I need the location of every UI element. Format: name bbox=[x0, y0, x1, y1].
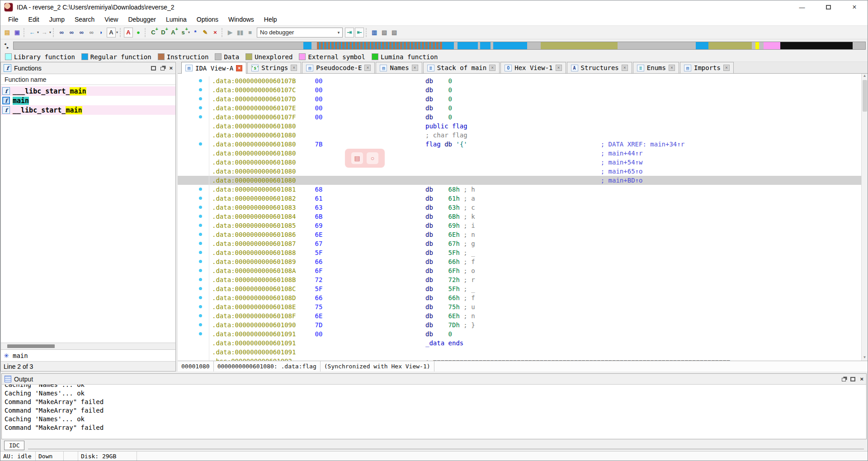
desktop-reset-icon[interactable]: ▧ bbox=[390, 28, 399, 38]
disassembly-line[interactable]: .data:00000000006010885Fdb 5Fh ; _ bbox=[178, 248, 868, 257]
navband-segment-blue[interactable] bbox=[696, 42, 708, 49]
disassembly-line[interactable]: .data:0000000000601080; main+44↑r bbox=[178, 149, 868, 158]
function-row[interactable]: f__libc_start_main bbox=[1, 105, 175, 115]
make-code-icon[interactable]: C+ bbox=[149, 28, 158, 38]
disassembly-line[interactable]: .data:000000000060108363db 63h ; c bbox=[178, 203, 868, 212]
navband-segment-stripes[interactable] bbox=[317, 42, 442, 49]
chevron-down-icon[interactable]: ▾ bbox=[116, 30, 118, 34]
tab-hex-view-1[interactable]: OHex View-1× bbox=[500, 62, 566, 73]
navband-segment-blue[interactable] bbox=[442, 42, 454, 49]
tab-structures[interactable]: AStructures× bbox=[567, 62, 632, 73]
disassembly-line[interactable]: .data:000000000060107D00db 0 bbox=[178, 94, 868, 103]
disassembly-line[interactable]: .data:0000000000601080; main+65↑o bbox=[178, 167, 868, 176]
tab-close-icon[interactable]: × bbox=[412, 65, 418, 71]
tab-close-icon[interactable]: × bbox=[622, 65, 628, 71]
disassembly-line[interactable]: .data:000000000060108F6Edb 6Eh ; n bbox=[178, 311, 868, 320]
disassembly-line[interactable]: .data:000000000060108C5Fdb 5Fh ; _ bbox=[178, 284, 868, 293]
minimize-button[interactable]: — bbox=[789, 0, 815, 14]
disassembly-line[interactable]: .data:000000000060108E75db 75h ; u bbox=[178, 302, 868, 311]
disassembly-line[interactable]: .data:00000000006010907Ddb 7Dh ; } bbox=[178, 320, 868, 329]
save-file-icon[interactable]: ▣ bbox=[13, 28, 22, 38]
navband-segment-black[interactable] bbox=[780, 42, 853, 49]
navband-segment-gray[interactable] bbox=[759, 42, 763, 49]
disassembly-line[interactable]: .data:000000000060107E00db 0 bbox=[178, 103, 868, 113]
disassembly-line[interactable]: .data:000000000060108569db 69h ; i bbox=[178, 221, 868, 230]
open-file-icon[interactable]: ▤ bbox=[3, 28, 12, 38]
desktop-save-icon[interactable]: ▥ bbox=[370, 28, 379, 38]
chevron-down-icon[interactable]: ▾ bbox=[37, 30, 39, 34]
disassembly-line[interactable]: .data:0000000000601091 bbox=[178, 348, 868, 357]
menu-item-help[interactable]: Help bbox=[259, 14, 282, 25]
output-log[interactable]: Caching 'Names'... okCaching 'Names'... … bbox=[2, 385, 866, 439]
navband-segment-blue[interactable] bbox=[303, 42, 312, 49]
navband-segment-olive[interactable] bbox=[541, 42, 618, 49]
tab-stack-of-main[interactable]: ≡Stack of main× bbox=[423, 62, 500, 73]
disassembly-line[interactable]: .data:000000000060108261db 61h ; a bbox=[178, 194, 868, 203]
disassembly-line[interactable]: .data:000000000060107B00db 0 bbox=[178, 76, 868, 85]
navband-segment-pink[interactable] bbox=[764, 42, 781, 49]
menu-item-view[interactable]: View bbox=[99, 14, 123, 25]
navband-segment-gray[interactable] bbox=[853, 42, 865, 49]
asterisk-icon[interactable]: * bbox=[191, 28, 200, 38]
disassembly-line[interactable]: .data:00000000006010866Edb 6Eh ; n bbox=[178, 230, 868, 239]
tab-close-icon[interactable]: × bbox=[291, 65, 297, 71]
disassembly-line[interactable]: .data:00000000006010807Bflag db '{'; DAT… bbox=[178, 140, 868, 149]
navband-left-icon[interactable]: ◂ bbox=[1, 42, 6, 46]
menu-item-debugger[interactable]: Debugger bbox=[123, 14, 161, 25]
search-address-icon[interactable]: ∞ bbox=[57, 28, 66, 38]
tab-close-icon[interactable]: × bbox=[669, 65, 675, 71]
filter-input[interactable]: main bbox=[13, 352, 174, 359]
disassembly-line[interactable]: .bss:0000000000601092; =================… bbox=[178, 357, 868, 361]
tab-close-icon[interactable]: × bbox=[364, 65, 371, 71]
crescent-icon[interactable]: ◗ bbox=[97, 28, 106, 38]
navband-segment-gray[interactable] bbox=[618, 42, 696, 49]
output-close-icon[interactable]: × bbox=[860, 377, 863, 381]
menu-item-file[interactable]: File bbox=[3, 14, 24, 25]
navigation-band[interactable] bbox=[13, 42, 866, 50]
tab-strings[interactable]: 's'Strings× bbox=[247, 62, 301, 73]
edit-pencil-icon[interactable]: ✎ bbox=[201, 28, 210, 38]
disassembly-line[interactable]: .data:000000000060108966db 66h ; f bbox=[178, 257, 868, 266]
tab-close-icon[interactable]: × bbox=[556, 65, 562, 71]
chevron-down-icon[interactable]: ▾ bbox=[335, 30, 342, 35]
chevron-down-icon[interactable]: ▾ bbox=[49, 30, 51, 34]
disassembly-line[interactable]: .data:000000000060109100db 0 bbox=[178, 329, 868, 339]
cli-input[interactable] bbox=[28, 441, 864, 449]
disassembly-line[interactable]: .data:0000000000601080; main+54↑w bbox=[178, 158, 868, 167]
lumina-ball-icon[interactable]: ● bbox=[134, 28, 143, 38]
navband-segment-gray[interactable] bbox=[527, 42, 541, 49]
tab-close-icon[interactable]: × bbox=[723, 65, 730, 71]
tab-enums[interactable]: ≡Enums× bbox=[633, 62, 679, 73]
scrollbar-thumb[interactable] bbox=[7, 344, 55, 348]
disassembly-line[interactable]: .data:000000000060108B72db 72h ; r bbox=[178, 275, 868, 284]
idc-language-button[interactable]: IDC bbox=[4, 441, 24, 450]
output-float-icon[interactable] bbox=[842, 378, 846, 381]
menu-item-jump[interactable]: Jump bbox=[44, 14, 70, 25]
disassembly-line[interactable]: .data:000000000060108168db 68h ; h bbox=[178, 185, 868, 194]
functions-horizontal-scrollbar[interactable] bbox=[1, 343, 175, 349]
disassembly-line[interactable]: .data:0000000000601091_data ends bbox=[178, 339, 868, 348]
menu-item-windows[interactable]: Windows bbox=[223, 14, 259, 25]
disassembly-line[interactable]: .data:000000000060107C00db 0 bbox=[178, 85, 868, 94]
tab-close-icon[interactable]: × bbox=[489, 65, 495, 71]
debugger-step-over-icon[interactable]: ⇤ bbox=[355, 28, 364, 38]
tab-imports[interactable]: ▤Imports× bbox=[680, 62, 734, 73]
search-text-icon[interactable]: ∞ bbox=[67, 28, 76, 38]
debugger-step-into-icon[interactable]: ⇥ bbox=[345, 28, 354, 38]
function-name-column-header[interactable]: Function name bbox=[1, 74, 175, 85]
navband-segment-gray[interactable] bbox=[14, 42, 303, 49]
menu-item-search[interactable]: Search bbox=[70, 14, 99, 25]
debugger-select[interactable]: No debugger▾ bbox=[257, 28, 343, 38]
function-row[interactable]: f___libc_start_main bbox=[1, 86, 175, 96]
disassembly-line[interactable]: .data:000000000060108A6Fdb 6Fh ; o bbox=[178, 266, 868, 275]
functions-panel-header[interactable]: f Functions × bbox=[1, 62, 175, 74]
tab-ida-view-a[interactable]: ▤IDA View-A× bbox=[181, 62, 246, 74]
menu-item-edit[interactable]: Edit bbox=[24, 14, 44, 25]
disassembly-line[interactable]: .data:000000000060108767db 67h ; g bbox=[178, 239, 868, 248]
tab-pseudocode-e[interactable]: ▤Pseudocode-E× bbox=[302, 62, 375, 73]
disassembly-line[interactable]: .data:0000000000601080public flag bbox=[178, 122, 868, 131]
function-row[interactable]: fmain bbox=[1, 96, 175, 105]
disassembly-line[interactable]: .data:00000000006010846Bdb 6Bh ; k bbox=[178, 212, 868, 221]
navband-segment-gray[interactable] bbox=[454, 42, 458, 49]
panel-close-icon[interactable]: × bbox=[169, 66, 173, 71]
